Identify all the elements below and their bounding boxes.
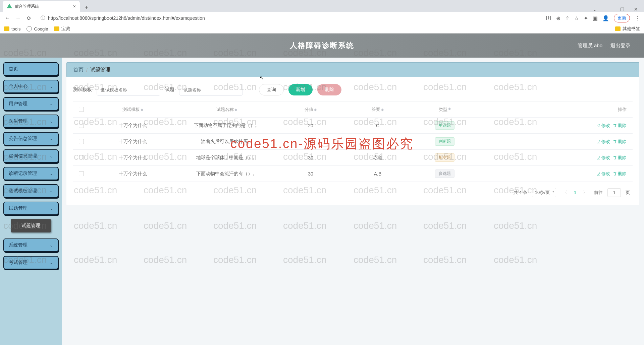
add-button[interactable]: 新增 (288, 84, 313, 95)
sidebar-subitem-active[interactable]: 试题管理 (11, 219, 51, 232)
maximize-icon[interactable]: ☐ (620, 7, 625, 12)
table-header: 测试模板◆ 试题名称◆ 分值◆ 答案◆ 类型◆ 操作 (73, 101, 633, 118)
breadcrumb-home[interactable]: 首页 (73, 67, 84, 73)
cell-answer: B (344, 139, 411, 144)
sidebar-item[interactable]: 咨询信息管理⌄ (3, 149, 58, 163)
delete-link[interactable]: 删除 (613, 155, 627, 161)
type-tag: 单选题 (435, 121, 454, 130)
pager-next[interactable]: 〉 (581, 190, 589, 196)
bookmarks-bar: tools Google 宝藏 其他书签 (0, 24, 644, 33)
key-icon[interactable]: ⚿ (546, 15, 551, 21)
sidebar-item[interactable]: 试题管理⌄ (3, 202, 58, 215)
breadcrumb: 首页 / 试题管理 (66, 62, 639, 77)
query-button[interactable]: 查询 (259, 84, 284, 95)
sidebar-item[interactable]: 公告信息管理⌄ (3, 132, 58, 145)
update-button[interactable]: 更新 (614, 14, 630, 22)
cell-title: 下面动物中会流汗的有（）。 (176, 171, 277, 177)
sidebar-item[interactable]: 考试管理⌄ (3, 256, 58, 269)
chevron-down-icon[interactable]: ⌄ (593, 7, 597, 12)
browser-tab[interactable]: 后台管理系统 × (3, 1, 80, 12)
chevron-down-icon: ⌄ (50, 206, 53, 211)
cell-answer: C (344, 123, 411, 128)
pager-goto-input[interactable] (607, 188, 621, 197)
reload-icon[interactable]: ⟳ (25, 15, 32, 21)
pager-current[interactable]: 1 (574, 190, 576, 195)
cell-template: 十万个为什么 (89, 155, 176, 161)
logout-link[interactable]: 退出登录 (610, 43, 631, 49)
table-row: 十万个为什么 下面动物不属于昆虫的是（）。 20 C 单选题 修改 删除 (73, 118, 633, 134)
sort-icon[interactable]: ◆ (314, 108, 317, 112)
delete-link[interactable]: 删除 (613, 139, 627, 145)
edit-link[interactable]: 修改 (596, 123, 610, 129)
select-all-checkbox[interactable] (79, 107, 84, 112)
delete-link[interactable]: 删除 (613, 171, 627, 177)
type-tag: 多选题 (435, 169, 454, 178)
sidepanel-icon[interactable]: ▣ (593, 15, 598, 21)
sort-icon[interactable]: ◆ (381, 108, 384, 112)
sidebar-item[interactable]: 系统管理⌄ (3, 238, 58, 252)
delete-button[interactable]: 删除 (317, 84, 341, 95)
bookmark-google[interactable]: Google (26, 26, 48, 31)
sidebar-item[interactable]: 医生管理⌄ (3, 115, 58, 128)
site-info-icon[interactable]: ⓘ (41, 15, 45, 21)
chevron-down-icon: ⌄ (50, 119, 53, 124)
edit-link[interactable]: 修改 (596, 155, 610, 161)
pager-total: 共 4 条 (514, 190, 527, 196)
pager-prev[interactable]: 〈 (561, 190, 569, 196)
tab-bar: 后台管理系统 × + ⌄ — ☐ ✕ (0, 0, 644, 12)
chevron-down-icon: ⌄ (50, 136, 53, 141)
cell-title: 下面动物不属于昆虫的是（）。 (176, 123, 277, 129)
row-checkbox[interactable] (79, 139, 84, 144)
chevron-down-icon: ⌄ (50, 84, 53, 89)
row-checkbox[interactable] (79, 123, 84, 128)
cell-score: 30 (277, 139, 344, 144)
edit-link[interactable]: 修改 (596, 171, 610, 177)
sidebar: 首页个人中心⌄用户管理⌄医生管理⌄公告信息管理⌄咨询信息管理⌄诊断记录管理⌄测试… (0, 58, 62, 345)
sidebar-item[interactable]: 测试模板管理⌄ (3, 184, 58, 198)
row-checkbox[interactable] (79, 155, 84, 160)
sidebar-item[interactable]: 首页 (3, 62, 58, 76)
url-text: http://localhost:8080/springboot212h6/ad… (48, 15, 205, 21)
zoom-icon[interactable]: ⊕ (556, 15, 560, 21)
type-tag: 判断题 (435, 137, 454, 146)
back-icon[interactable]: ← (4, 15, 11, 21)
row-checkbox[interactable] (79, 171, 84, 176)
sort-icon[interactable]: ◆ (448, 107, 451, 113)
sidebar-item[interactable]: 诊断记录管理⌄ (3, 167, 58, 180)
chevron-down-icon: ⌄ (50, 154, 53, 158)
url-field[interactable]: ⓘ http://localhost:8080/springboot212h6/… (36, 13, 542, 23)
close-tab-icon[interactable]: × (73, 4, 76, 9)
cell-score: 20 (277, 123, 344, 128)
sidebar-item[interactable]: 用户管理⌄ (3, 97, 58, 111)
delete-link[interactable]: 删除 (613, 123, 627, 129)
vue-favicon (7, 4, 12, 9)
panel: 测试模板 试题 查询 新增 删除 测试模板◆ 试题名称◆ 分值◆ 答案◆ (66, 77, 639, 205)
current-user[interactable]: 管理员 abo (578, 43, 602, 49)
sort-icon[interactable]: ◆ (234, 108, 237, 112)
share-icon[interactable]: ⇧ (565, 15, 570, 21)
bookmark-tools[interactable]: tools (4, 26, 20, 31)
close-window-icon[interactable]: ✕ (634, 7, 638, 12)
sidebar-item[interactable]: 个人中心⌄ (3, 80, 58, 93)
type-tag: 填空题 (435, 153, 454, 162)
minimize-icon[interactable]: — (606, 7, 611, 12)
table-row: 十万个为什么 油着火后可以用水扑灭。 30 B 判断题 修改 删除 (73, 134, 633, 150)
profile-icon[interactable]: 👤 (602, 15, 609, 21)
edit-link[interactable]: 修改 (596, 139, 610, 145)
breadcrumb-current: 试题管理 (90, 67, 110, 73)
chevron-down-icon: ⌄ (50, 243, 53, 248)
sort-icon[interactable]: ◆ (141, 108, 143, 112)
question-input[interactable] (179, 84, 243, 96)
bookmark-treasure[interactable]: 宝藏 (54, 26, 70, 32)
page-size-select[interactable]: 10条/页 (532, 188, 556, 197)
bookmark-other[interactable]: 其他书签 (615, 26, 640, 32)
extensions-icon[interactable]: ✦ (584, 15, 588, 21)
new-tab-button[interactable]: + (82, 3, 91, 12)
cell-template: 十万个为什么 (89, 171, 176, 177)
menu-icon[interactable]: ⋮ (635, 15, 640, 21)
forward-icon[interactable]: → (15, 15, 21, 21)
template-input[interactable] (97, 84, 160, 96)
window-controls: ⌄ — ☐ ✕ (593, 7, 644, 12)
folder-icon (615, 26, 621, 31)
bookmark-icon[interactable]: ☆ (574, 15, 579, 21)
